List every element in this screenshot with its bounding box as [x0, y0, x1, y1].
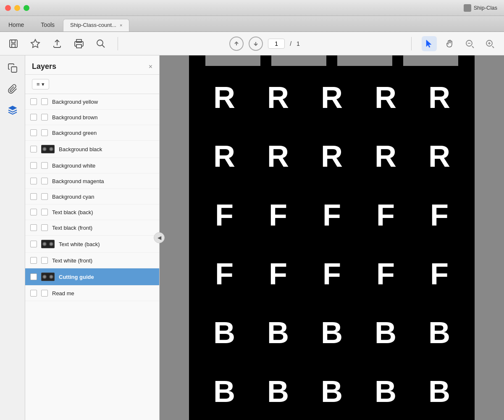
layers-close-button[interactable]: × [149, 63, 152, 71]
layer-visibility-checkbox[interactable] [30, 209, 37, 215]
svg-marker-3 [31, 39, 39, 47]
grid-cell: B [251, 362, 305, 420]
page-separator: / [290, 40, 291, 47]
layer-item[interactable]: Background cyan [25, 189, 159, 205]
svg-point-32 [50, 276, 52, 278]
layer-item[interactable]: Text black (back) [25, 205, 159, 220]
zoom-in-button[interactable] [482, 36, 497, 51]
layer-visibility-checkbox[interactable] [30, 114, 37, 121]
tab-active-doc[interactable]: Ship-Class-count... × [63, 19, 129, 32]
layer-item[interactable]: Background white [25, 158, 159, 173]
sidebar-icon-attachments[interactable] [5, 81, 20, 97]
layer-name-label: Background black [59, 146, 102, 152]
cursor-tool-button[interactable] [422, 36, 437, 51]
tab-home[interactable]: Home [0, 18, 32, 32]
layer-visibility-checkbox[interactable] [30, 224, 37, 231]
minimize-button[interactable] [14, 5, 20, 11]
layer-item[interactable]: Text black (front) [25, 220, 159, 236]
layer-visibility-checkbox[interactable] [30, 129, 37, 136]
page-number-input[interactable] [268, 39, 285, 49]
svg-point-31 [43, 276, 46, 278]
app-icon [464, 4, 471, 12]
save-icon [8, 39, 18, 49]
layer-thumbnail [41, 273, 55, 281]
zoom-out-button[interactable] [462, 36, 477, 51]
grid-cell: B [197, 362, 251, 420]
collapse-panel-button[interactable]: ◀ [154, 232, 165, 243]
close-button[interactable] [5, 5, 11, 11]
save-button[interactable] [7, 37, 20, 50]
grid-cell: R [305, 68, 359, 127]
layer-visibility-checkbox[interactable] [30, 241, 37, 247]
layers-panel-toolbar: ≡ ▾ [25, 75, 159, 94]
layers-view-button[interactable]: ≡ ▾ [32, 79, 49, 89]
zoom-out-icon [465, 39, 474, 48]
svg-point-22 [50, 148, 52, 150]
layer-name-label: Text black (back) [52, 209, 93, 215]
layer-thumbnail [41, 114, 48, 121]
grid-cell: F [305, 244, 359, 303]
grid-cell: F [197, 186, 251, 244]
grid-cell: R [251, 68, 305, 127]
layers-icon [7, 105, 18, 116]
svg-rect-0 [10, 40, 17, 47]
copy-icon [8, 63, 18, 73]
svg-rect-2 [12, 44, 15, 47]
upload-button[interactable] [50, 37, 64, 50]
grid-cell: F [251, 244, 305, 303]
layer-name-label: Text white (front) [52, 257, 92, 264]
page-down-button[interactable] [249, 37, 263, 51]
layer-thumbnail [41, 290, 48, 297]
svg-point-21 [43, 148, 46, 150]
cursor-icon [425, 39, 434, 48]
layer-item[interactable]: Text white (back) [25, 236, 159, 253]
layer-item[interactable]: Text white (front) [25, 253, 159, 268]
grid-cell: B [412, 362, 466, 420]
svg-point-26 [43, 243, 46, 245]
layer-item[interactable]: Background green [25, 125, 159, 141]
layer-thumbnail [41, 98, 48, 105]
grid-cell: B [305, 303, 359, 362]
arrow-down-icon [252, 40, 259, 47]
page-up-button[interactable] [229, 37, 244, 51]
layers-panel-title: Layers [32, 62, 56, 71]
layer-visibility-checkbox[interactable] [30, 290, 37, 297]
grid-cell: B [305, 362, 359, 420]
layer-thumbnail [41, 162, 48, 169]
layer-item[interactable]: Read me [25, 286, 159, 301]
layer-visibility-checkbox[interactable] [30, 257, 37, 264]
svg-rect-16 [11, 67, 17, 72]
sidebar-icon-layers[interactable] [5, 102, 20, 118]
layers-list[interactable]: Background yellowBackground brownBackgro… [25, 94, 159, 420]
search-button[interactable] [94, 37, 108, 50]
layer-item[interactable]: Background yellow [25, 94, 159, 110]
layer-item[interactable]: Cutting guide [25, 268, 159, 286]
layer-item[interactable]: Background black [25, 141, 159, 158]
toolbar-sep-1 [118, 37, 118, 50]
layer-item[interactable]: Background brown [25, 110, 159, 125]
layer-name-label: Text white (back) [59, 241, 100, 247]
layer-item[interactable]: Background magenta [25, 173, 159, 189]
layer-visibility-checkbox[interactable] [30, 193, 37, 200]
pdf-area[interactable]: RRRRRRRRRRFFFFFFFFFFBBBBBBBBBB [160, 55, 504, 420]
layer-name-label: Background cyan [52, 194, 94, 200]
dropdown-arrow-icon: ▾ [42, 81, 45, 87]
layer-visibility-checkbox[interactable] [30, 146, 37, 152]
app-name-label: Ship-Clas [474, 5, 497, 11]
pdf-page: RRRRRRRRRRFFFFFFFFFFBBBBBBBBBB [189, 55, 475, 420]
print-button[interactable] [72, 37, 86, 50]
main-content: Layers × ≡ ▾ Background yellowBackground… [0, 55, 504, 420]
maximize-button[interactable] [24, 5, 29, 11]
layer-visibility-checkbox[interactable] [30, 162, 37, 169]
sidebar-icon-copy[interactable] [5, 60, 20, 76]
bookmark-button[interactable] [29, 37, 42, 50]
layer-visibility-checkbox[interactable] [30, 273, 37, 280]
grid-cell: F [305, 186, 359, 244]
top-notches [189, 55, 475, 66]
layer-visibility-checkbox[interactable] [30, 98, 37, 105]
tab-close-button[interactable]: × [120, 23, 122, 28]
layer-thumbnail [41, 129, 48, 136]
hand-tool-button[interactable] [442, 36, 457, 51]
tab-tools[interactable]: Tools [32, 18, 63, 32]
layer-visibility-checkbox[interactable] [30, 178, 37, 184]
